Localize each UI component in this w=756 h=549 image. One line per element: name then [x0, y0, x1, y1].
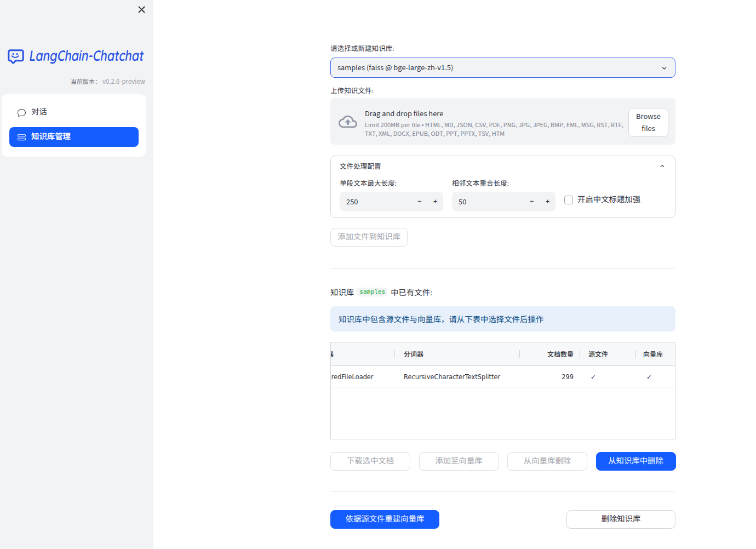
divider	[330, 268, 675, 268]
file-dropzone[interactable]: Drag and drop files here Limit 200MB per…	[330, 98, 675, 145]
overlap-input[interactable]: 50 − +	[452, 192, 555, 211]
column-header-vector[interactable]: 向量库	[635, 342, 675, 366]
chunk-size-input[interactable]: 250 − +	[340, 192, 443, 211]
overlap-value: 50	[459, 192, 466, 211]
cloud-upload-icon	[339, 112, 357, 131]
kb-select-label: 请选择或新建知识库:	[330, 44, 394, 53]
main-content: 请选择或新建知识库: samples (faiss @ bge-large-zh…	[330, 0, 675, 549]
column-separator	[580, 350, 580, 358]
table-header: 加载器 分词器 文档数量 源文件 向量库	[331, 342, 675, 366]
dropzone-title: Drag and drop files here	[365, 108, 443, 119]
chatchat-logo-icon	[8, 49, 24, 64]
sidebar-item-dialogue[interactable]: 对话	[9, 102, 139, 122]
chunk-size-decrement-button[interactable]: −	[411, 192, 427, 211]
version-value: v0.2.6-preview	[102, 77, 145, 87]
app-title: LangChain-Chatchat	[28, 46, 145, 65]
kb-files-suffix: 中已有文件:	[391, 286, 432, 299]
chat-icon	[18, 108, 26, 117]
overlap-decrement-button[interactable]: −	[524, 192, 540, 211]
table-row[interactable]: UnstructuredFileLoader RecursiveCharacte…	[331, 367, 675, 387]
divider	[330, 491, 675, 491]
cell-docs-count: 299	[519, 367, 580, 387]
sidebar-item-label: 知识库管理	[31, 133, 71, 141]
download-selected-button[interactable]: 下载选中文档	[330, 452, 410, 471]
kb-selectbox[interactable]: samples (faiss @ bge-large-zh-v1.5)	[330, 58, 675, 78]
sidebar-menu: 对话 知识库管理	[2, 94, 146, 157]
sidebar-item-label: 对话	[31, 108, 47, 116]
zh-title-enhance-checkbox[interactable]: 开启中文标题加强	[564, 196, 640, 204]
expander-title: 文件处理配置	[340, 161, 381, 171]
delete-kb-button[interactable]: 删除知识库	[566, 510, 675, 529]
column-separator	[394, 350, 395, 358]
chunk-size-increment-button[interactable]: +	[427, 192, 443, 211]
overlap-increment-button[interactable]: +	[540, 192, 555, 211]
column-separator	[519, 350, 520, 358]
column-header-source[interactable]: 源文件	[580, 342, 635, 366]
checkbox-icon	[564, 196, 573, 204]
app-logo: LangChain-Chatchat	[8, 48, 146, 66]
column-header-docs[interactable]: 文档数量	[519, 342, 580, 366]
chunk-size-label: 单段文本最大长度:	[340, 179, 397, 188]
kb-files-heading: 知识库 samples 中已有文件:	[330, 287, 432, 298]
hdd-stack-icon	[18, 133, 26, 141]
delete-from-vectorstore-button[interactable]: 从向量库删除	[507, 452, 587, 471]
kb-files-table[interactable]: 加载器 分词器 文档数量 源文件 向量库 UnstructuredFileLoa…	[330, 342, 675, 439]
column-header-loader-text: 加载器	[331, 349, 334, 359]
close-icon	[138, 6, 145, 13]
sidebar-item-kb-management[interactable]: 知识库管理	[9, 127, 139, 147]
sidebar-close-button[interactable]	[135, 3, 148, 16]
dropzone-hint: Limit 200MB per file • HTML, MD, JSON, C…	[365, 121, 627, 139]
rebuild-vectorstore-button[interactable]: 依据源文件重建向量库	[330, 510, 439, 529]
zh-title-enhance-label: 开启中文标题加强	[577, 196, 640, 204]
overlap-label: 相邻文本重合长度:	[452, 179, 509, 188]
cell-loader: UnstructuredFileLoader	[331, 373, 374, 381]
cell-vector-check: ✓	[635, 367, 675, 387]
column-separator	[635, 350, 636, 358]
add-files-to-kb-button[interactable]: 添加文件到知识库	[330, 228, 408, 247]
column-header-splitter[interactable]: 分词器	[394, 342, 519, 366]
expander-header[interactable]: 文件处理配置	[331, 156, 675, 176]
version-label: 当前版本：	[71, 78, 101, 86]
cell-loader-wrap: UnstructuredFileLoader	[331, 367, 394, 387]
chevron-up-icon	[658, 162, 666, 170]
add-to-vectorstore-button[interactable]: 添加至向量库	[419, 452, 499, 471]
sidebar: LangChain-Chatchat 当前版本：v0.2.6-preview 对…	[0, 0, 153, 549]
chunk-size-value: 250	[346, 192, 358, 211]
browse-files-button[interactable]: Browse files	[628, 108, 668, 137]
kb-files-prefix: 知识库	[330, 286, 354, 299]
cell-splitter: RecursiveCharacterTextSplitter	[394, 367, 519, 387]
uploader-label: 上传知识文件:	[330, 87, 374, 95]
kb-name-code: samples	[357, 288, 387, 296]
kb-selectbox-value: samples (faiss @ bge-large-zh-v1.5)	[331, 62, 453, 73]
file-config-expander: 文件处理配置 单段文本最大长度: 相邻文本重合长度: 250 − + 50 − …	[330, 156, 675, 218]
chevron-down-icon	[658, 62, 670, 74]
version-caption: 当前版本：v0.2.6-preview	[71, 75, 145, 87]
delete-from-kb-button[interactable]: 从知识库中删除	[596, 452, 676, 471]
column-header-loader[interactable]: 加载器	[331, 342, 394, 366]
cell-source-check: ✓	[580, 367, 635, 387]
info-banner: 知识库中包含源文件与向量库，请从下表中选择文件后操作	[330, 306, 675, 331]
